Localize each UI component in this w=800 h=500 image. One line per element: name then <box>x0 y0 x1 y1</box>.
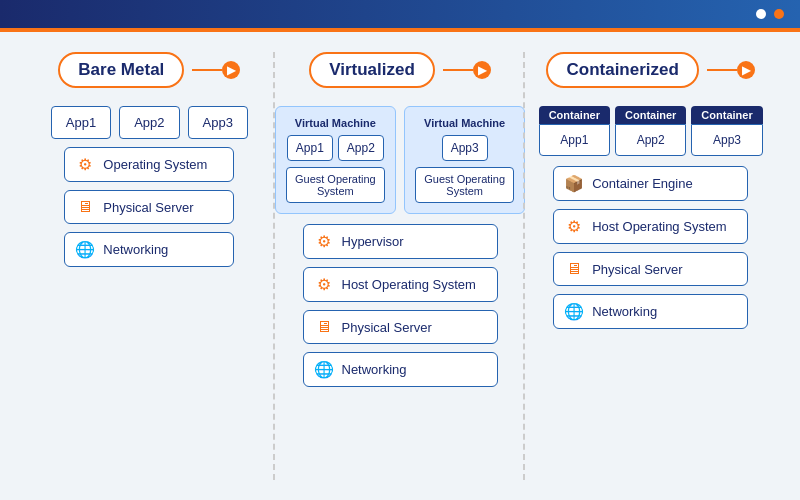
bare-metal-os-label: Operating System <box>103 157 207 172</box>
container-1-wrapper: Container App1 <box>539 106 610 156</box>
virtualized-arrow: ▶ <box>443 61 491 79</box>
bare-metal-os: ⚙ Operating System <box>64 147 234 182</box>
bare-metal-column: Bare Metal ▶ App1 App2 App3 ⚙ Operating … <box>24 52 275 480</box>
vm2-app3: App3 <box>442 135 488 161</box>
containerized-arrow: ▶ <box>707 61 755 79</box>
top-bar <box>0 0 800 28</box>
container-host-os: ⚙ Host Operating System <box>553 209 748 244</box>
vm-card-2: Virtual Machine App3 Guest Operating Sys… <box>404 106 525 214</box>
bare-metal-app1: App1 <box>51 106 111 139</box>
container-server-icon: 🖥 <box>564 260 584 278</box>
container-server-label: Physical Server <box>592 262 682 277</box>
container-3-app: App3 <box>691 124 762 156</box>
bare-metal-apps-row: App1 App2 App3 <box>51 106 248 139</box>
vm2-title: Virtual Machine <box>424 117 505 129</box>
network-icon: 🌐 <box>75 240 95 259</box>
bare-metal-networking: 🌐 Networking <box>64 232 234 267</box>
container-network-icon: 🌐 <box>564 302 584 321</box>
vm2-os: Guest Operating System <box>415 167 514 203</box>
virtualized-host-os: ⚙ Host Operating System <box>303 267 498 302</box>
container-1-label: Container <box>539 106 610 124</box>
container-host-os-label: Host Operating System <box>592 219 726 234</box>
vm1-app2: App2 <box>338 135 384 161</box>
container-networking-label: Networking <box>592 304 657 319</box>
container-1-app: App1 <box>539 124 610 156</box>
containerized-column: Containerized ▶ Container App1 Container… <box>525 52 776 480</box>
container-engine-label: Container Engine <box>592 176 692 191</box>
virt-server-icon: 🖥 <box>314 318 334 336</box>
virt-network-icon: 🌐 <box>314 360 334 379</box>
container-host-os-icon: ⚙ <box>564 217 584 236</box>
container-2-app: App2 <box>615 124 686 156</box>
vm1-app1: App1 <box>287 135 333 161</box>
vm1-apps: App1 App2 <box>287 135 384 161</box>
bare-metal-networking-label: Networking <box>103 242 168 257</box>
virtualized-networking: 🌐 Networking <box>303 352 498 387</box>
hypervisor-icon: ⚙ <box>314 232 334 251</box>
hypervisor-label: Hypervisor <box>342 234 404 249</box>
virtualized-column: Virtualized ▶ Virtual Machine App1 App2 … <box>275 52 526 480</box>
vm-section: Virtual Machine App1 App2 Guest Operatin… <box>275 106 526 214</box>
virt-networking-label: Networking <box>342 362 407 377</box>
bare-metal-server: 🖥 Physical Server <box>64 190 234 224</box>
containers-section: Container App1 Container App2 Container … <box>539 106 763 156</box>
container-engine-icon: 📦 <box>564 174 584 193</box>
bare-metal-title-section: Bare Metal ▶ <box>58 52 240 88</box>
vm2-apps: App3 <box>442 135 488 161</box>
dot-white <box>756 9 766 19</box>
vm1-os: Guest Operating System <box>286 167 385 203</box>
host-os-label: Host Operating System <box>342 277 476 292</box>
host-os-icon: ⚙ <box>314 275 334 294</box>
gear-icon: ⚙ <box>75 155 95 174</box>
bare-metal-arrow: ▶ <box>192 61 240 79</box>
bare-metal-app3: App3 <box>188 106 248 139</box>
bare-metal-app2: App2 <box>119 106 179 139</box>
container-3-label: Container <box>691 106 762 124</box>
containerized-title: Containerized <box>546 52 698 88</box>
container-2-wrapper: Container App2 <box>615 106 686 156</box>
container-engine: 📦 Container Engine <box>553 166 748 201</box>
bare-metal-title: Bare Metal <box>58 52 184 88</box>
vm-card-1: Virtual Machine App1 App2 Guest Operatin… <box>275 106 396 214</box>
virt-server-label: Physical Server <box>342 320 432 335</box>
virtualized-title: Virtualized <box>309 52 435 88</box>
main-content: Bare Metal ▶ App1 App2 App3 ⚙ Operating … <box>0 32 800 500</box>
virtualized-title-section: Virtualized ▶ <box>309 52 491 88</box>
dot-orange <box>774 9 784 19</box>
container-networking: 🌐 Networking <box>553 294 748 329</box>
virtualized-hypervisor: ⚙ Hypervisor <box>303 224 498 259</box>
containerized-title-section: Containerized ▶ <box>546 52 754 88</box>
bare-metal-server-label: Physical Server <box>103 200 193 215</box>
container-2-label: Container <box>615 106 686 124</box>
container-3-wrapper: Container App3 <box>691 106 762 156</box>
container-server: 🖥 Physical Server <box>553 252 748 286</box>
vm1-title: Virtual Machine <box>295 117 376 129</box>
server-icon: 🖥 <box>75 198 95 216</box>
virtualized-server: 🖥 Physical Server <box>303 310 498 344</box>
